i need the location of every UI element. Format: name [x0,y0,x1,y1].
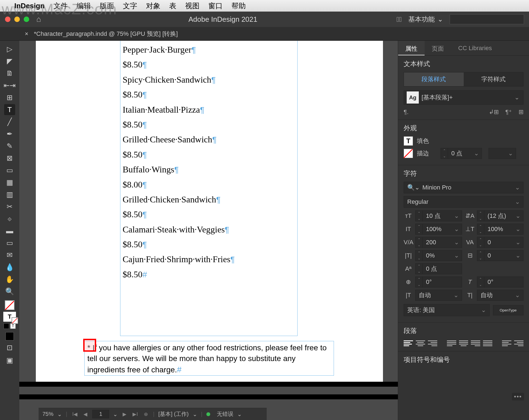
skew-input[interactable]: ⌃⌄0° [477,277,524,288]
menu-text-frame[interactable]: Pepper·Jack·Burger¶$8.50¶Spicy·Chicken·S… [120,41,298,336]
vscale-input[interactable]: ⌃⌄100%⌄ [415,224,462,235]
gradient-swatch-tool-icon[interactable]: ▬ [4,225,15,236]
menu-file[interactable]: 文件 [53,1,68,11]
chevron-down-icon[interactable]: ⌄ [57,411,62,418]
aki-after-select[interactable]: 自动⌄ [477,290,524,301]
minimize-window-icon[interactable] [14,17,20,22]
new-icon[interactable]: ⊞ [519,109,523,116]
grid-tool-icon[interactable]: ▦ [4,177,15,188]
hscale-input[interactable]: ⌃⌄100%⌄ [477,224,524,235]
tab-pages[interactable]: 页面 [425,41,451,55]
opentype-button[interactable]: OpenType [493,305,524,315]
type-tool-icon[interactable]: T [4,104,15,115]
footer-text-frame[interactable]: * If you have allergies or any other foo… [84,341,334,376]
menu-window[interactable]: 窗口 [208,1,223,11]
tsume-input[interactable]: ⌃⌄0⌄ [477,250,524,261]
tab-properties[interactable]: 属性 [398,41,425,55]
justify-center-icon[interactable] [459,339,468,347]
apply-color-icon[interactable] [4,323,9,329]
gradient-feather-tool-icon[interactable]: ▭ [4,237,15,248]
baseline-input[interactable]: ⌃⌄0%⌄ [415,250,462,261]
tracking-input[interactable]: ⌃⌄0⌄ [477,237,524,248]
workspace-switcher[interactable]: 基本功能 ⌄ [408,15,443,24]
kerning-input[interactable]: ⌃⌄200⌄ [415,237,462,248]
pilcrow-icon[interactable]: ¶. [404,109,409,116]
chevron-down-icon[interactable]: ⌄ [113,411,118,418]
fill-swatch-icon[interactable]: T [404,136,413,146]
last-page-icon[interactable]: ▶I [131,411,139,417]
close-tab-icon[interactable]: × [25,30,28,37]
prev-page-icon[interactable]: ◀ [82,411,88,417]
stroke-style-select[interactable]: ⌄ [488,148,516,159]
font-size-input[interactable]: ⌃⌄10 点⌄ [415,210,462,221]
hand-tool-icon[interactable]: ✋ [4,274,15,285]
aki-before-select[interactable]: 自动⌄ [415,290,462,301]
rectangle-tool-icon[interactable]: ▭ [4,165,15,176]
paragraph-style-select[interactable]: Ag [基本段落]+ ⌄ [404,90,523,105]
paragraph-styles-tab[interactable]: 段落样式 [404,72,464,86]
font-style-select[interactable]: Regular⌄ [404,196,523,208]
selection-tool-icon[interactable]: ▷ [4,44,15,55]
menu-table[interactable]: 表 [169,1,176,11]
apply-text-icon[interactable]: T [10,323,16,329]
stroke-swatch-icon[interactable] [404,149,413,158]
note-tool-icon[interactable]: ✉ [4,250,15,261]
menu-type[interactable]: 文字 [123,1,137,11]
default-fill-stroke-icon[interactable] [6,332,14,340]
preflight-errors[interactable]: 无错误 [217,410,233,418]
direct-selection-tool-icon[interactable]: ◤ [4,56,15,67]
fill-stroke-swatch-icon[interactable] [5,300,15,310]
align-center-icon[interactable] [416,339,425,347]
chevron-down-icon[interactable]: ⌄ [237,411,242,418]
align-left-icon[interactable] [404,339,413,347]
zoom-level[interactable]: 75% [42,411,53,417]
page-tool-icon[interactable]: 🗎 [4,68,15,79]
share-icon[interactable]: ⇧⃞ [396,15,402,24]
home-icon[interactable]: ⌂ [36,15,41,24]
first-page-icon[interactable]: I◀ [71,411,79,417]
font-family-select[interactable]: 🔍⌄ Minion Pro⌄ [404,182,523,193]
menu-layout[interactable]: 版面 [100,1,114,11]
rectangle-frame-tool-icon[interactable]: ⊠ [4,153,15,164]
character-styles-tab[interactable]: 字符样式 [464,72,523,86]
maximize-window-icon[interactable] [24,17,29,22]
stroke-weight-input[interactable]: ⌃⌄ 0 点 ⌄ [441,148,482,159]
align-right-icon[interactable] [428,339,437,347]
menu-object[interactable]: 对象 [146,1,160,11]
clear-override-icon[interactable]: ¶⁺ [505,109,512,116]
justify-left-icon[interactable] [447,339,456,347]
view-mode-icon[interactable]: ⊡ [4,342,15,353]
pen-tool-icon[interactable]: ✒ [4,128,15,139]
next-page-icon[interactable]: ▶ [122,411,128,417]
free-transform-tool-icon[interactable]: ⟐ [4,213,15,224]
preflight-profile[interactable]: [基本] (工作) [158,410,189,418]
language-select[interactable]: 英语: 美国⌄ [404,304,490,316]
chevron-down-icon[interactable]: ⌄ [193,411,197,418]
justify-all-icon[interactable] [483,339,492,347]
search-input[interactable] [450,14,524,24]
menu-edit[interactable]: 编辑 [77,1,91,11]
column-tool-icon[interactable]: ▥ [4,189,15,200]
new-style-icon[interactable]: ↲⊞ [489,109,499,116]
pencil-tool-icon[interactable]: ✎ [4,140,15,151]
rotation-input[interactable]: ⌃⌄0° [415,277,462,288]
eyedropper-tool-icon[interactable]: 💧 [4,262,15,273]
tab-cc-libraries[interactable]: CC Libraries [451,41,499,55]
menu-view[interactable]: 视图 [185,1,199,11]
text-fill-swatch-icon[interactable]: T [3,312,16,322]
gap-tool-icon[interactable]: ⇤⇥ [4,80,15,91]
align-towards-spine-icon[interactable] [502,339,511,347]
open-nav-icon[interactable]: ⊕ [143,411,149,417]
line-tool-icon[interactable]: ╱ [4,116,15,127]
page-number-field[interactable]: 1 [92,410,109,418]
zoom-tool-icon[interactable]: 🔍 [4,286,15,297]
scissors-tool-icon[interactable]: ✂ [4,201,15,212]
panel-more-icon[interactable]: ••• [512,393,524,400]
justify-right-icon[interactable] [471,339,480,347]
aki-input[interactable]: ⌃⌄0 点 [415,263,462,274]
screen-mode-icon[interactable]: ▣ [4,355,15,366]
document-tab[interactable]: × *Character_paragraph.indd @ 75% [GPU 预… [25,30,178,38]
content-collector-tool-icon[interactable]: ⊞ [4,92,15,103]
leading-input[interactable]: ⌃⌄(12 点)⌄ [477,210,524,221]
close-window-icon[interactable] [5,17,10,22]
